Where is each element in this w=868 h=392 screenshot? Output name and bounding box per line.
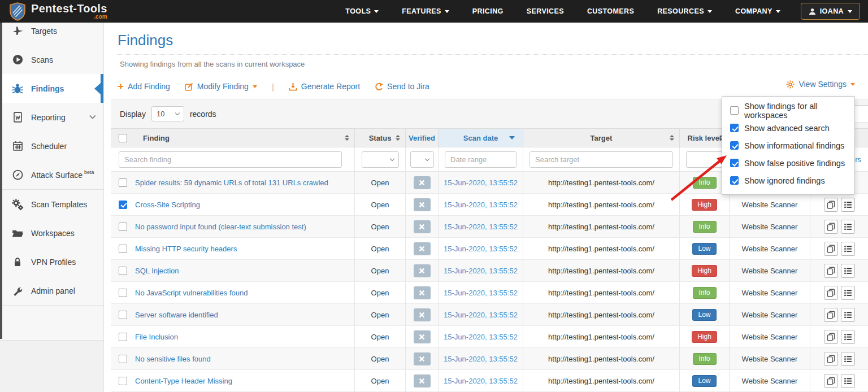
view-settings-option[interactable]: Show ignored findings (722, 172, 854, 189)
option-checkbox[interactable] (730, 176, 739, 185)
finding-link[interactable]: SQL Injection (135, 267, 179, 275)
row-checkbox[interactable] (119, 267, 127, 275)
verified-x-button[interactable] (414, 264, 431, 277)
finding-details-button[interactable] (841, 308, 855, 322)
view-settings-option[interactable]: Show informational findings (722, 137, 854, 154)
finding-link[interactable]: Cross-Site Scripting (135, 201, 200, 209)
scan-date-link[interactable]: 15-Jun-2020, 13:55:52 (444, 289, 518, 297)
duplicate-finding-button[interactable] (824, 308, 838, 322)
top-nav-item[interactable]: SERVICES (527, 7, 564, 15)
option-checkbox[interactable] (730, 106, 739, 115)
row-checkbox[interactable] (119, 178, 127, 187)
finding-details-button[interactable] (841, 374, 855, 388)
top-nav-item[interactable]: FEATURES (402, 7, 449, 15)
sidebar-item-targets[interactable]: Targets (0, 23, 103, 45)
column-header-scan-date[interactable]: Scan date (439, 128, 523, 147)
finding-link[interactable]: Missing HTTP security headers (135, 245, 237, 253)
row-checkbox[interactable] (119, 333, 127, 341)
duplicate-finding-button[interactable] (824, 374, 838, 388)
option-checkbox[interactable] (730, 124, 739, 132)
row-checkbox[interactable] (119, 311, 127, 319)
finding-link[interactable]: Content-Type Header Missing (135, 377, 232, 385)
scan-date-link[interactable]: 15-Jun-2020, 13:55:52 (444, 201, 518, 209)
top-nav-item[interactable]: RESOURCES (657, 7, 712, 15)
verified-x-button[interactable] (414, 330, 431, 343)
generate-report-button[interactable]: Generate Report (289, 82, 360, 91)
finding-details-button[interactable] (841, 352, 855, 366)
sidebar-item-scan-templates[interactable]: Scan Templates (0, 190, 103, 219)
column-header-target[interactable]: Target (523, 128, 680, 147)
verified-x-button[interactable] (414, 220, 431, 233)
verified-x-button[interactable] (414, 308, 431, 321)
top-nav-item[interactable]: COMPANY (735, 7, 780, 15)
option-checkbox[interactable] (730, 159, 739, 167)
duplicate-finding-button[interactable] (824, 198, 838, 212)
pentest-tools-logo[interactable]: Pentest-Tools .com (0, 2, 107, 21)
scan-date-link[interactable]: 15-Jun-2020, 13:55:52 (444, 223, 518, 231)
scan-date-link[interactable]: 15-Jun-2020, 13:55:52 (444, 333, 518, 341)
top-nav-item[interactable]: PRICING (472, 7, 504, 15)
sidebar-item-vpn-profiles[interactable]: VPN Profiles (0, 247, 103, 276)
view-settings-button[interactable]: View Settings (786, 80, 855, 89)
duplicate-finding-button[interactable] (824, 352, 838, 366)
finding-link[interactable]: No password input found (clear-text subm… (135, 223, 306, 231)
row-checkbox[interactable] (119, 223, 127, 231)
sidebar-item-workspaces[interactable]: Workspaces (0, 219, 103, 247)
modify-finding-button[interactable]: Modify Finding (185, 82, 257, 91)
sidebar-scrollbar[interactable] (0, 23, 2, 339)
row-checkbox[interactable] (119, 201, 127, 209)
row-checkbox[interactable] (119, 289, 127, 297)
top-nav-item[interactable]: TOOLS (345, 7, 379, 15)
finding-link[interactable]: Server software identified (135, 311, 218, 319)
finding-details-button[interactable] (841, 330, 855, 344)
duplicate-finding-button[interactable] (824, 220, 838, 234)
scan-date-link[interactable]: 15-Jun-2020, 13:55:52 (444, 178, 518, 187)
finding-link[interactable]: File Inclusion (135, 333, 178, 341)
row-checkbox[interactable] (119, 377, 127, 385)
column-header-status[interactable]: Status (355, 128, 406, 147)
status-filter-select[interactable] (362, 151, 399, 168)
sidebar-item-reporting[interactable]: Reporting (0, 103, 103, 132)
scan-date-link[interactable]: 15-Jun-2020, 13:55:52 (444, 311, 518, 319)
finding-filter-input[interactable] (119, 151, 342, 168)
verified-filter-select[interactable] (410, 151, 434, 168)
duplicate-finding-button[interactable] (824, 264, 838, 278)
verified-x-button[interactable] (414, 352, 431, 365)
send-to-jira-button[interactable]: Send to Jira (375, 82, 429, 91)
user-menu-button[interactable]: IOANA (801, 3, 860, 20)
view-settings-option[interactable]: Show findings for all workspaces (722, 102, 854, 119)
column-header-finding[interactable]: Finding (111, 128, 355, 147)
finding-details-button[interactable] (841, 220, 855, 234)
sidebar-item-admin-panel[interactable]: Admin panel (0, 276, 103, 305)
finding-details-button[interactable] (841, 264, 855, 278)
duplicate-finding-button[interactable] (824, 330, 838, 344)
verified-x-button[interactable] (414, 242, 431, 255)
verified-x-button[interactable] (414, 286, 431, 299)
target-filter-input[interactable] (530, 151, 673, 168)
view-settings-option[interactable]: Show false positive findings (722, 154, 854, 172)
scan-date-link[interactable]: 15-Jun-2020, 13:55:52 (444, 245, 518, 253)
top-nav-item[interactable]: CUSTOMERS (587, 7, 634, 15)
finding-details-button[interactable] (841, 286, 855, 300)
sidebar-item-scheduler[interactable]: Scheduler (0, 132, 103, 160)
scan-date-link[interactable]: 15-Jun-2020, 13:55:52 (444, 267, 518, 275)
column-header-verified[interactable]: Verified (406, 128, 439, 147)
duplicate-finding-button[interactable] (824, 242, 838, 256)
finding-link[interactable]: Spider results: 59 dynamic URLs of total… (135, 178, 328, 187)
add-finding-button[interactable]: + Add Finding (118, 82, 170, 91)
finding-details-button[interactable] (841, 242, 855, 256)
row-checkbox[interactable] (119, 355, 127, 363)
records-per-page-select[interactable]: 10 (151, 106, 184, 121)
select-all-checkbox[interactable] (119, 134, 127, 142)
verified-x-button[interactable] (414, 198, 431, 211)
finding-link[interactable]: No JavaScript vulnerabilities found (135, 289, 248, 297)
view-settings-option[interactable]: Show advanced search (722, 119, 854, 137)
scan-date-link[interactable]: 15-Jun-2020, 13:55:52 (444, 377, 518, 385)
sidebar-item-findings[interactable]: Findings (0, 74, 103, 103)
row-checkbox[interactable] (119, 245, 127, 253)
sidebar-item-scans[interactable]: Scans (0, 45, 103, 74)
finding-link[interactable]: No sensitive files found (135, 355, 211, 363)
verified-x-button[interactable] (414, 176, 431, 189)
verified-x-button[interactable] (414, 374, 431, 387)
scan-date-link[interactable]: 15-Jun-2020, 13:55:52 (444, 355, 518, 363)
